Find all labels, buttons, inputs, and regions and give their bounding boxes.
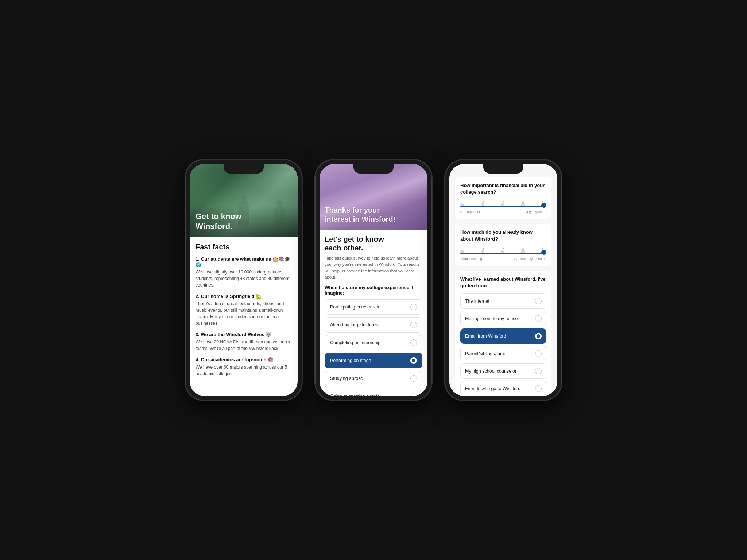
sources-section: What I've learned about Winsford, I've g… bbox=[455, 271, 551, 396]
survey-option-6[interactable]: Going to sporting events bbox=[325, 389, 422, 396]
slider2-dot-5 bbox=[541, 250, 546, 255]
phone2-intro: Take this quick survey to help us learn … bbox=[325, 255, 422, 280]
slider1-fill bbox=[460, 206, 546, 207]
phone2-hero: Thanks for your interest in Winsford! bbox=[320, 164, 427, 230]
source-label-5: My high school counselor bbox=[465, 369, 516, 374]
source-radio-6 bbox=[535, 385, 542, 392]
phone-2: Thanks for your interest in Winsford! Le… bbox=[315, 160, 432, 400]
slider2-labels: Almost nothing I've done my research bbox=[460, 257, 546, 261]
phone2-section-title: Let's get to know each other. bbox=[325, 235, 422, 252]
phones-container: Get to know Winsford. Fast facts 1. Our … bbox=[185, 160, 562, 400]
radio-2 bbox=[410, 322, 417, 328]
source-label-1: The internet bbox=[465, 299, 489, 304]
fact-title-2: 2. Our home is Springfield 🏡 bbox=[196, 293, 292, 299]
survey-option-3[interactable]: Completing an internship bbox=[325, 335, 422, 350]
source-option-5[interactable]: My high school counselor bbox=[460, 363, 546, 379]
option-label-4: Performing on stage bbox=[330, 358, 371, 363]
source-radio-2 bbox=[535, 315, 542, 322]
source-radio-3 bbox=[535, 333, 542, 339]
slider2-section: How much do you already know about Winsf… bbox=[455, 224, 551, 265]
phone1-content: Fast facts 1. Our students are what make… bbox=[190, 237, 298, 396]
survey-option-4[interactable]: Performing on stage bbox=[325, 353, 422, 368]
fact-desc-1: We have slightly over 10,000 undergradua… bbox=[196, 269, 292, 288]
radio-3 bbox=[410, 339, 417, 346]
source-option-6[interactable]: Friends who go to Winsford bbox=[460, 381, 546, 396]
source-option-1[interactable]: The internet bbox=[460, 293, 546, 309]
slider2-question: How much do you already know about Winsf… bbox=[460, 229, 546, 242]
source-radio-4 bbox=[535, 350, 542, 357]
phone1-facts-list: 1. Our students are what make us 🏫📚🎓🌍 We… bbox=[196, 256, 292, 377]
survey-option-2[interactable]: Attending large lectures bbox=[325, 317, 422, 332]
slider2-fill bbox=[460, 253, 546, 254]
slider2-label-max: I've done my research bbox=[514, 257, 546, 261]
phone1-section-title: Fast facts bbox=[196, 243, 292, 251]
source-option-4[interactable]: Parent/sibling alumni bbox=[460, 346, 546, 361]
notch-2 bbox=[353, 164, 394, 174]
fact-title-1: 1. Our students are what make us 🏫📚🎓🌍 bbox=[196, 256, 292, 267]
fact-desc-2: There's a ton of great restaurants, shop… bbox=[196, 300, 292, 327]
fact-item-2: 2. Our home is Springfield 🏡 There's a t… bbox=[196, 293, 292, 327]
fact-item-3: 3. We are the Winsford Wolves 🐺 We have … bbox=[196, 332, 292, 352]
source-radio-1 bbox=[535, 298, 542, 304]
slider1-labels: Not important Very important bbox=[460, 210, 546, 214]
phone2-options-list[interactable]: Participating in research Attending larg… bbox=[325, 299, 422, 396]
radio-1 bbox=[410, 304, 417, 310]
notch-1 bbox=[224, 164, 264, 174]
fact-desc-4: We have over 60 majors spanning across o… bbox=[196, 364, 292, 377]
phone-3: How important is financial aid in your c… bbox=[445, 160, 562, 400]
source-option-3[interactable]: Email from Winsford bbox=[460, 328, 546, 344]
slider2-track-wrap[interactable] bbox=[460, 253, 546, 255]
slider1-track bbox=[460, 206, 546, 207]
slider1-label-max: Very important bbox=[525, 210, 546, 214]
slider1-section: How important is financial aid in your c… bbox=[455, 177, 551, 219]
source-label-4: Parent/sibling alumni bbox=[465, 351, 507, 356]
phone3-sources-list[interactable]: The internet Mailings sent to my house E… bbox=[460, 293, 546, 396]
source-radio-5 bbox=[535, 368, 542, 374]
fact-item-1: 1. Our students are what make us 🏫📚🎓🌍 We… bbox=[196, 256, 292, 288]
phone2-hero-title: Thanks for your interest in Winsford! bbox=[325, 206, 422, 224]
fact-title-3: 3. We are the Winsford Wolves 🐺 bbox=[196, 332, 292, 337]
phone1-hero: Get to know Winsford. bbox=[190, 164, 298, 237]
phone1-hero-overlay: Get to know Winsford. bbox=[190, 206, 298, 237]
radio-6 bbox=[410, 393, 417, 396]
option-label-1: Participating in research bbox=[330, 304, 379, 310]
source-option-2[interactable]: Mailings sent to my house bbox=[460, 311, 546, 326]
survey-option-1[interactable]: Participating in research bbox=[325, 299, 422, 315]
source-label-3: Email from Winsford bbox=[465, 334, 506, 339]
fact-item-4: 4. Our academics are top-notch 📚 We have… bbox=[196, 357, 292, 377]
slider2-label-min: Almost nothing bbox=[460, 257, 482, 261]
phone-1: Get to know Winsford. Fast facts 1. Our … bbox=[185, 160, 302, 400]
fact-title-4: 4. Our academics are top-notch 📚 bbox=[196, 357, 292, 362]
slider1-label-min: Not important bbox=[460, 210, 480, 214]
radio-5 bbox=[410, 375, 417, 382]
source-label-2: Mailings sent to my house bbox=[465, 316, 518, 321]
slider1-dot-5 bbox=[541, 203, 546, 208]
slider1-track-wrap[interactable] bbox=[460, 206, 546, 208]
sources-question: What I've learned about Winsford, I've g… bbox=[460, 276, 546, 289]
option-label-6: Going to sporting events bbox=[330, 394, 380, 396]
source-label-6: Friends who go to Winsford bbox=[465, 386, 520, 391]
option-label-3: Completing an internship bbox=[330, 340, 380, 345]
fact-desc-3: We have 20 NCAA Division III men and wom… bbox=[196, 339, 292, 352]
slider2-track bbox=[460, 253, 546, 254]
survey-option-5[interactable]: Studying abroad bbox=[325, 371, 422, 386]
phone2-content: Let's get to know each other. Take this … bbox=[320, 230, 427, 396]
phone3-content: How important is financial aid in your c… bbox=[449, 164, 557, 396]
phone1-hero-title: Get to know Winsford. bbox=[196, 212, 292, 231]
option-label-2: Attending large lectures bbox=[330, 322, 378, 327]
notch-3 bbox=[483, 164, 523, 174]
option-label-5: Studying abroad bbox=[330, 376, 363, 381]
slider1-question: How important is financial aid in your c… bbox=[460, 182, 546, 195]
survey-question: When I picture my college experience, I … bbox=[325, 285, 422, 296]
radio-4 bbox=[410, 357, 417, 364]
phone2-hero-overlay: Thanks for your interest in Winsford! bbox=[320, 200, 427, 230]
